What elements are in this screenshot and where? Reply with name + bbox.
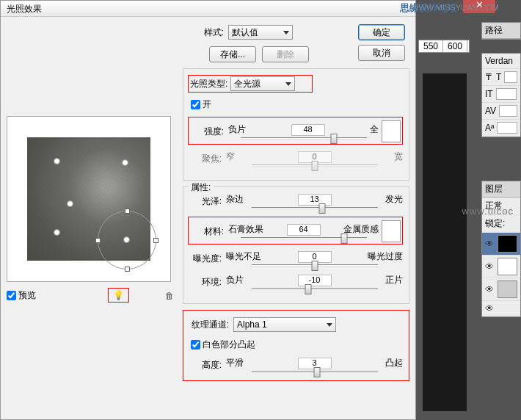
paths-panel: 路径	[481, 22, 521, 40]
on-label: 开	[203, 98, 211, 111]
light-type-select[interactable]: 全光源	[230, 76, 295, 91]
preview-area[interactable]	[7, 116, 171, 282]
ok-button[interactable]: 确定	[358, 24, 405, 40]
lock-label: 锁定:	[485, 217, 505, 230]
light-handle[interactable]	[67, 200, 73, 207]
layer-thumb[interactable]	[498, 258, 517, 275]
light-handle[interactable]	[54, 158, 60, 164]
save-style-button[interactable]: 存储...	[209, 46, 256, 62]
font-select[interactable]: Verdan	[485, 56, 513, 66]
exposure-max: 曝光过度	[368, 250, 403, 263]
light-circle[interactable]	[98, 211, 156, 269]
material-max: 金属质感	[343, 223, 379, 236]
material-label: 材料:	[190, 225, 224, 238]
gloss-label: 光泽:	[188, 195, 222, 208]
baseline-input[interactable]	[497, 122, 517, 134]
texture-value: Alpha 1	[237, 319, 267, 330]
intensity-label: 强度:	[190, 126, 224, 138]
ruler-tick: 550	[419, 40, 443, 52]
light-center[interactable]	[123, 236, 130, 243]
gloss-min: 杂边	[226, 193, 244, 206]
ambience-max: 正片	[385, 274, 403, 286]
focus-label: 聚焦:	[188, 153, 222, 165]
visibility-icon[interactable]: 👁	[485, 303, 495, 314]
gloss-value[interactable]: 13	[298, 194, 332, 206]
char-it: IT	[485, 89, 493, 99]
ambience-slider[interactable]	[252, 288, 378, 290]
add-light-button[interactable]: 💡	[108, 288, 129, 303]
layers-panel: 图层 正常 锁定: 👁 👁 👁 👁	[481, 181, 521, 317]
light-edge-handle[interactable]	[125, 267, 130, 272]
light-handle[interactable]	[54, 229, 60, 236]
light-type-value: 全光源	[234, 78, 260, 90]
style-select[interactable]: 默认值	[228, 25, 293, 40]
visibility-icon[interactable]: 👁	[485, 239, 495, 249]
light-edge-handle[interactable]	[153, 238, 159, 243]
lighting-effects-dialog: 光照效果 确定 取消	[0, 0, 416, 420]
focus-slider	[252, 164, 378, 167]
gloss-max: 发光	[385, 193, 403, 206]
light-on-checkbox[interactable]: 开	[191, 98, 403, 111]
style-value: 默认值	[232, 26, 258, 39]
visibility-icon[interactable]: 👁	[485, 284, 495, 294]
intensity-slider[interactable]	[241, 137, 367, 140]
style-label: 样式:	[183, 26, 224, 39]
preview-label: 预览	[18, 289, 36, 302]
visibility-icon[interactable]: 👁	[485, 261, 495, 272]
light-edge-handle[interactable]	[125, 209, 130, 214]
light-handle[interactable]	[122, 159, 128, 166]
chevron-down-icon	[283, 31, 289, 35]
texture-channel-select[interactable]: Alpha 1	[233, 317, 336, 332]
light-edge-handle[interactable]	[95, 238, 101, 243]
char-av: AV	[485, 106, 496, 116]
char-t: T	[496, 72, 501, 82]
intensity-max: 全	[370, 123, 379, 136]
material-min: 石膏效果	[228, 223, 263, 236]
focus-min: 窄	[226, 151, 235, 163]
layer-thumb[interactable]	[498, 280, 517, 298]
light-color-swatch[interactable]	[382, 120, 401, 142]
intensity-value[interactable]: 48	[291, 124, 325, 136]
layer-thumb[interactable]	[498, 235, 517, 253]
trash-icon: 🗑	[165, 291, 174, 301]
preview-canvas[interactable]	[27, 137, 150, 261]
exposure-min: 曝光不足	[226, 250, 261, 263]
delete-style-button: 删除	[262, 46, 309, 62]
intensity-min: 负片	[228, 123, 246, 136]
tab-layers[interactable]: 图层	[482, 181, 520, 198]
ambience-label: 环境:	[188, 276, 222, 289]
ruler-tick: 600	[443, 40, 467, 52]
watermark-site: WWW.MISSYUAN.COM	[411, 3, 499, 12]
exposure-label: 曝光度:	[188, 253, 222, 265]
scale-input[interactable]	[496, 88, 517, 100]
delete-light-button[interactable]: 🗑	[165, 289, 174, 301]
height-max: 凸起	[385, 357, 403, 369]
material-value[interactable]: 64	[287, 224, 321, 236]
dialog-title: 光照效果	[1, 1, 415, 17]
tracking-input[interactable]	[499, 105, 517, 117]
cancel-button[interactable]: 取消	[358, 45, 405, 61]
material-slider[interactable]	[241, 237, 367, 239]
ambience-min: 负片	[226, 274, 244, 286]
watermark-mid: www.uicoc	[462, 206, 514, 217]
char-aa: Aª	[485, 123, 494, 133]
white-high-checkbox[interactable]: 白色部分凸起	[191, 338, 403, 351]
character-panel: Verdan ₸T IT AV Aª	[481, 53, 521, 137]
chevron-down-icon	[327, 323, 332, 327]
chevron-down-icon	[285, 82, 291, 86]
height-slider[interactable]	[252, 371, 378, 373]
ambient-color-swatch[interactable]	[382, 220, 401, 242]
height-label: 高度:	[188, 359, 222, 372]
font-size-input[interactable]	[504, 71, 517, 83]
properties-legend: 属性:	[188, 181, 214, 194]
exposure-slider[interactable]	[252, 264, 378, 267]
char-t-icon: ₸	[485, 71, 493, 83]
texture-channel-label: 纹理通道:	[188, 319, 229, 331]
tab-paths[interactable]: 路径	[482, 23, 520, 39]
canvas-area	[423, 73, 467, 411]
ambience-value[interactable]: -10	[298, 275, 332, 286]
light-type-label: 光照类型:	[190, 78, 227, 90]
preview-checkbox[interactable]: 预览	[7, 289, 36, 302]
bulb-icon: 💡	[113, 290, 124, 300]
gloss-slider[interactable]	[252, 207, 378, 209]
